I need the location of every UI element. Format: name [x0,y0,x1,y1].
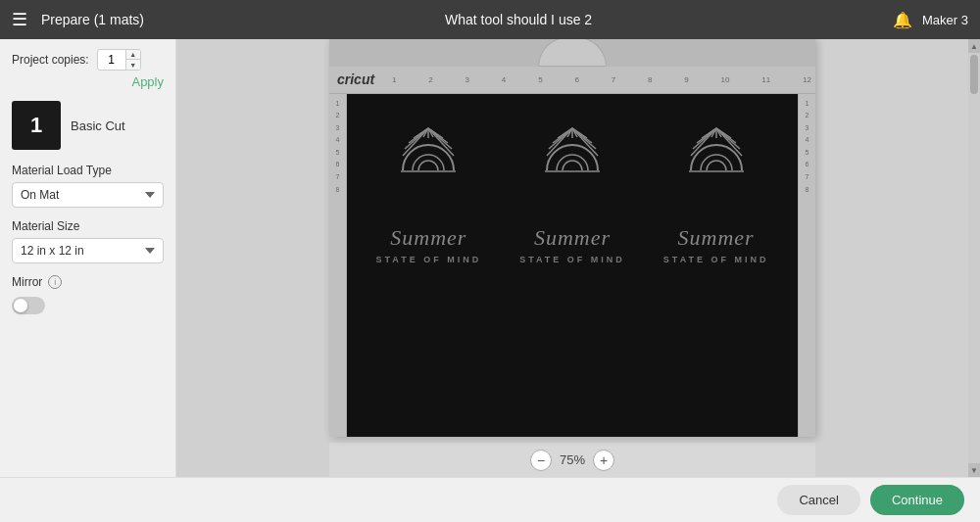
main-layout: Project copies: ▲ ▼ Apply 1 Basic Cut Ma… [0,39,980,477]
zoom-percent: 75% [560,452,585,467]
bottom-bar: Cancel Continue [0,477,980,522]
menu-icon[interactable]: ☰ [12,9,27,30]
v-scroll-thumb [970,55,978,94]
sun-design-3 [658,114,775,221]
mat-surface: Summer STATE OF MIND [347,94,798,437]
top-bar-right: 🔔 Maker 3 [893,11,968,29]
project-copies-label: Project copies: [12,53,89,67]
machine-label: Maker 3 [922,13,968,27]
svg-line-40 [716,128,742,156]
design-item-3: Summer STATE OF MIND [658,114,775,264]
left-panel: Project copies: ▲ ▼ Apply 1 Basic Cut Ma… [0,39,176,477]
ruler-side-left: 1 2 3 4 5 6 7 8 [329,94,347,437]
top-bar: ☰ Prepare (1 mats) What tool should I us… [0,0,980,39]
mat-body: 1 2 3 4 5 6 7 8 [329,94,815,437]
material-load-type-select[interactable]: On Mat Without Mat [12,182,164,208]
mat-thumbnail: 1 [12,101,61,150]
summer-text-1: Summer [390,225,466,251]
copies-arrows: ▲ ▼ [125,49,140,71]
mat-handle-shape [538,39,607,67]
copies-input-wrap: ▲ ▼ [97,49,141,71]
toggle-knob [14,299,27,312]
mirror-toggle[interactable] [12,297,45,314]
mirror-row: Mirror i [12,275,164,289]
center-title: What tool should I use 2 [144,12,893,27]
summer-text-3: Summer [678,225,755,251]
copies-up-arrow[interactable]: ▲ [126,49,140,60]
copies-input[interactable] [98,53,125,67]
mirror-label: Mirror [12,275,42,289]
mirror-info-icon[interactable]: i [48,275,62,289]
material-load-type-label: Material Load Type [12,164,164,177]
state-text-1: STATE OF MIND [375,255,481,264]
design-item-2: Summer STATE OF MIND [514,114,631,264]
summer-text-2: Summer [534,225,611,251]
basic-cut-label: Basic Cut [71,119,125,133]
apply-button[interactable]: Apply [12,74,164,89]
v-scroll-down[interactable]: ▼ [968,463,980,477]
material-size-select[interactable]: 12 in x 12 in 12 in x 24 in [12,238,164,263]
svg-line-12 [428,128,454,156]
v-scroll-up[interactable]: ▲ [968,39,980,53]
svg-line-20 [547,128,572,156]
bell-icon[interactable]: 🔔 [893,11,912,29]
state-text-2: STATE OF MIND [519,255,625,264]
project-copies-row: Project copies: ▲ ▼ [12,49,164,71]
svg-line-26 [572,128,598,156]
svg-line-34 [691,128,716,156]
zoom-out-button[interactable]: − [530,450,552,471]
mat-outer: cricut 1 2 3 4 5 6 7 8 9 [329,39,815,437]
sun-design-1 [369,114,487,221]
material-size-label: Material Size [12,219,164,233]
v-scrollbar[interactable]: ▲ ▼ [968,39,980,477]
svg-line-6 [403,128,428,156]
prepare-title: Prepare (1 mats) [41,12,144,27]
mat-canvas-wrap: cricut 1 2 3 4 5 6 7 8 9 [176,39,968,477]
cricut-logo: cricut [337,71,374,87]
mat-handle [329,39,815,67]
copies-down-arrow[interactable]: ▼ [126,60,140,71]
continue-button[interactable]: Continue [870,485,964,515]
sun-design-2 [514,114,631,221]
mat-header: cricut 1 2 3 4 5 6 7 8 9 [329,67,815,94]
zoom-bar: − 75% + [329,443,815,478]
ruler-top: 1 2 3 4 5 6 7 8 9 10 11 [388,67,815,93]
mat-preview-row: 1 Basic Cut [12,101,164,150]
ruler-marks: 1 2 3 4 5 6 7 8 9 10 11 [388,75,815,84]
canvas-area: cricut 1 2 3 4 5 6 7 8 9 [176,39,968,477]
zoom-in-button[interactable]: + [593,450,614,471]
state-text-3: STATE OF MIND [663,255,769,264]
design-grid: Summer STATE OF MIND [347,94,798,437]
cancel-button[interactable]: Cancel [777,485,859,515]
design-item-1: Summer STATE OF MIND [369,114,487,264]
ruler-side-right: 1 2 3 4 5 6 7 8 [798,94,815,437]
